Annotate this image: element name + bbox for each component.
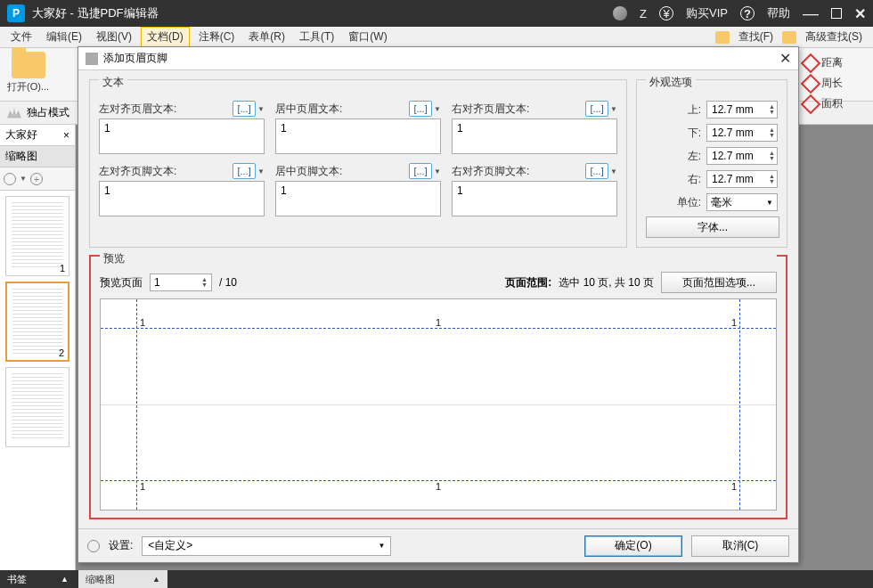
globe-icon[interactable]	[613, 6, 627, 20]
menu-find[interactable]: 查找(F)	[733, 28, 779, 46]
secondary-tab[interactable]: 缩略图 ▲	[78, 570, 167, 588]
maximize-button[interactable]	[831, 8, 842, 19]
margin-left-input[interactable]: 12.7 mm▲▼	[706, 147, 778, 165]
thumbnails-list: 1 2	[0, 191, 75, 570]
settings-combo[interactable]: <自定义>▼	[142, 536, 391, 556]
preview-page-input[interactable]: 1▲▼	[150, 274, 212, 291]
perimeter-label: 周长	[821, 76, 843, 91]
cancel-label: 取消(C)	[722, 538, 759, 553]
thumbnail-tab-label: 缩略图	[5, 149, 37, 164]
insert-button[interactable]: [...]	[409, 163, 432, 179]
distance-label: 距离	[821, 55, 843, 70]
chevron-down-icon[interactable]: ▼	[434, 167, 441, 176]
preview-mark: 1	[140, 481, 145, 492]
menu-advfind[interactable]: 高级查找(S)	[800, 28, 868, 46]
window-title: 大家好 - 迅捷PDF编辑器	[32, 5, 613, 21]
menu-file[interactable]: 文件	[5, 28, 37, 46]
footer-left-input[interactable]	[99, 181, 265, 216]
footer-center-input[interactable]	[275, 181, 441, 216]
margin-top-value: 12.7 mm	[712, 103, 754, 116]
advfind-icon[interactable]	[782, 31, 796, 44]
close-button[interactable]: ✕	[854, 5, 866, 22]
preview-mark: 1	[731, 481, 737, 492]
gear-icon[interactable]	[87, 540, 100, 552]
menu-document[interactable]: 文档(D)	[141, 27, 190, 47]
thumbnail-page[interactable]: 2	[5, 282, 69, 362]
preview-page-value: 1	[154, 276, 160, 289]
thumb-toolbar: ▼ +	[0, 167, 75, 191]
header-left-input[interactable]	[99, 118, 265, 154]
area-label: 面积	[821, 96, 843, 111]
menu-edit[interactable]: 编辑(E)	[41, 28, 87, 46]
dialog-footer: 设置: <自定义>▼ 确定(O) 取消(C)	[78, 528, 798, 562]
margin-top-label: 上:	[688, 102, 701, 118]
insert-button[interactable]: [...]	[409, 101, 432, 117]
margin-top-input[interactable]: 12.7 mm▲▼	[706, 101, 778, 118]
insert-button[interactable]: [...]	[585, 101, 608, 117]
footer-right-label: 右对齐页脚文本:	[452, 164, 529, 179]
font-button[interactable]: 字体...	[646, 216, 779, 238]
buy-vip[interactable]: 购买VIP	[686, 5, 728, 21]
gear-icon[interactable]	[4, 173, 16, 185]
menu-view[interactable]: 视图(V)	[91, 28, 137, 46]
preview-canvas: 1 1 1 1 1 1	[100, 298, 777, 510]
chevron-down-icon[interactable]: ▼	[257, 105, 265, 113]
thumbnail-tab[interactable]: 缩略图	[0, 146, 75, 167]
footer-right-input[interactable]	[452, 181, 617, 216]
folder-icon	[12, 52, 45, 78]
tool-distance[interactable]: 距离	[804, 55, 868, 70]
minimize-button[interactable]: —	[803, 4, 819, 23]
text-group: 文本 左对齐页眉文本:[...]▼ 居中页眉文本:[...]▼ 右对齐页眉文本:…	[89, 79, 627, 248]
guide-line	[101, 328, 776, 329]
menu-tools[interactable]: 工具(T)	[294, 28, 339, 46]
page-divider	[101, 404, 776, 405]
tool-area[interactable]: 面积	[804, 96, 868, 111]
chevron-down-icon[interactable]: ▼	[610, 167, 617, 176]
insert-button[interactable]: [...]	[585, 163, 608, 179]
chevron-down-icon[interactable]: ▼	[434, 105, 441, 113]
settings-value: <自定义>	[148, 538, 192, 553]
tool-perimeter[interactable]: 周长	[804, 76, 868, 91]
preview-total: / 10	[219, 276, 237, 289]
ok-button[interactable]: 确定(O)	[584, 535, 682, 557]
dialog-close-button[interactable]: ✕	[779, 50, 791, 67]
exclusive-label[interactable]: 独占模式	[27, 105, 69, 120]
add-page-icon[interactable]: +	[30, 173, 43, 185]
unit-select[interactable]: 毫米▼	[706, 193, 778, 211]
chevron-down-icon[interactable]: ▼	[610, 105, 617, 113]
chevron-down-icon[interactable]: ▼	[257, 167, 265, 176]
margin-right-label: 右:	[688, 172, 701, 187]
page-range-button[interactable]: 页面范围选项...	[661, 272, 777, 293]
user-letter[interactable]: Z	[640, 7, 647, 20]
left-panel: 大家好× 缩略图 ▼ + 1 2	[0, 125, 76, 570]
menu-window[interactable]: 窗口(W)	[343, 28, 392, 46]
diamond-icon	[801, 94, 821, 114]
help-link[interactable]: 帮助	[767, 5, 790, 21]
doc-tab-label: 大家好	[5, 127, 37, 143]
header-center-input[interactable]	[275, 118, 441, 154]
margin-right-input[interactable]: 12.7 mm▲▼	[706, 170, 778, 188]
find-icon[interactable]	[715, 31, 730, 44]
header-left-label: 左对齐页眉文本:	[99, 102, 176, 117]
header-right-input[interactable]	[452, 118, 617, 154]
cancel-button[interactable]: 取消(C)	[691, 535, 789, 557]
menu-form[interactable]: 表单(R)	[243, 28, 290, 46]
doc-tab[interactable]: 大家好×	[0, 125, 75, 146]
ok-label: 确定(O)	[615, 538, 651, 553]
yen-icon: ¥	[659, 6, 673, 20]
title-bar: P 大家好 - 迅捷PDF编辑器 Z ¥ 购买VIP ? 帮助 — ✕	[0, 0, 873, 27]
font-btn-label: 字体...	[698, 220, 728, 235]
insert-button[interactable]: [...]	[233, 163, 256, 179]
thumbnail-page[interactable]	[5, 367, 69, 447]
crown-icon	[7, 108, 21, 118]
thumbnail-page[interactable]: 1	[5, 196, 69, 276]
footer-center-label: 居中页脚文本:	[275, 164, 342, 179]
margin-left-value: 12.7 mm	[712, 150, 754, 162]
preview-mark: 1	[436, 481, 441, 492]
bookmark-tab[interactable]: 书签 ▲	[0, 570, 76, 588]
menu-comment[interactable]: 注释(C)	[193, 28, 241, 46]
menu-bar: 文件 编辑(E) 视图(V) 文档(D) 注释(C) 表单(R) 工具(T) 窗…	[0, 27, 873, 48]
open-button[interactable]: 打开(O)...	[7, 52, 49, 94]
margin-bottom-input[interactable]: 12.7 mm▲▼	[706, 124, 778, 142]
insert-button[interactable]: [...]	[233, 101, 256, 117]
